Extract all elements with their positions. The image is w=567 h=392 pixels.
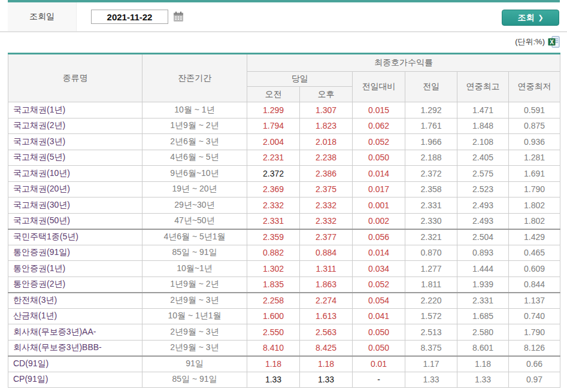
cell-pm: 2.274 — [300, 293, 353, 309]
cell-remaining-period: 10월 ~ 1년 — [142, 102, 247, 118]
cell-high: 1.939 — [457, 276, 509, 293]
query-form: 조회일 조회❯ — [8, 2, 560, 31]
col-header-am: 오전 — [247, 87, 300, 102]
cell-low: 0.936 — [509, 134, 560, 150]
cell-am: 2.332 — [247, 197, 300, 214]
table-row: 산금채(1년)10월 ~ 1년1월1.6001.6130.0411.5721.6… — [8, 308, 560, 324]
cell-bond-name: 국민주택1종(5년) — [8, 229, 142, 245]
cell-remaining-period: 4년6월 ~ 5년 — [142, 150, 247, 166]
cell-diff: 0.002 — [353, 213, 405, 229]
cell-prev: 2.220 — [405, 293, 457, 309]
cell-low: 1.429 — [509, 229, 560, 245]
table-row: 회사채(무보증3년)AA-2년9월 ~ 3년2.5502.5630.0502.5… — [8, 324, 560, 341]
cell-remaining-period: 1년9월 ~ 2년 — [142, 276, 247, 293]
cell-diff: 0.014 — [353, 245, 405, 261]
cell-prev: 2.331 — [405, 197, 457, 214]
cell-am: 1.600 — [247, 308, 300, 324]
cell-am: 1.302 — [247, 261, 300, 277]
cell-remaining-period: 9년6월~10년 — [142, 166, 247, 182]
cell-prev: 1.292 — [405, 102, 457, 118]
cell-high: 1.685 — [457, 308, 509, 324]
cell-am: 2.550 — [247, 324, 300, 341]
cell-low: 1.802 — [509, 197, 560, 214]
cell-remaining-period: 47년~50년 — [142, 213, 247, 229]
cell-am: 0.882 — [247, 245, 300, 261]
col-header-year-low: 연중최저 — [509, 72, 560, 102]
cell-remaining-period: 85일 ~ 91일 — [142, 372, 247, 388]
cell-pm: 2.238 — [300, 150, 353, 166]
cell-prev: 1.17 — [405, 356, 457, 372]
col-header-year-high: 연중최고 — [457, 72, 509, 102]
cell-pm: 1.307 — [300, 102, 353, 118]
cell-diff: 0.041 — [353, 308, 405, 324]
col-header-pm: 오후 — [300, 87, 353, 102]
cell-am: 2.372 — [247, 166, 300, 182]
col-header-yield-group: 최종호가수익률 — [247, 54, 560, 72]
table-row: 한전채(3년)2년9월 ~ 3년2.2582.2740.0542.2202.33… — [8, 293, 560, 309]
cell-high: 1.471 — [457, 102, 509, 118]
cell-low: 0.740 — [509, 308, 560, 324]
col-header-diff: 전일대비 — [353, 72, 405, 102]
cell-am: 2.369 — [247, 181, 300, 197]
cell-diff: 0.034 — [353, 261, 405, 277]
cell-remaining-period: 2년9월 ~ 3년 — [142, 324, 247, 341]
cell-low: 0.844 — [509, 276, 560, 293]
table-row: 국고채권(3년)2년6월 ~ 3년2.0042.0180.0521.9662.1… — [8, 134, 560, 150]
table-row: 통안증권(91일)85일 ~ 91일0.8820.8840.0140.8700.… — [8, 245, 560, 261]
cell-high: 2.580 — [457, 324, 509, 341]
cell-remaining-period: 91일 — [142, 356, 247, 372]
cell-bond-name: 국고채권(2년) — [8, 118, 142, 134]
cell-low: 0.66 — [509, 356, 560, 372]
cell-low: 0.609 — [509, 261, 560, 277]
cell-am: 2.359 — [247, 229, 300, 245]
cell-low: 1.790 — [509, 181, 560, 197]
search-button[interactable]: 조회❯ — [502, 10, 559, 26]
cell-remaining-period: 2년6월 ~ 3년 — [142, 134, 247, 150]
cell-am: 1.794 — [247, 118, 300, 134]
cell-high: 2.523 — [457, 181, 509, 197]
table-row: 통안증권(2년)1년9월 ~ 2년1.8351.8630.0521.8111.9… — [8, 276, 560, 293]
cell-bond-name: 국고채권(10년) — [8, 166, 142, 182]
cell-high: 1.33 — [457, 372, 509, 388]
cell-diff: 0.050 — [353, 324, 405, 341]
excel-icon[interactable]: X — [548, 36, 560, 48]
table-row: 국고채권(5년)4년6월 ~ 5년2.2312.2380.0502.1882.4… — [8, 150, 560, 166]
calendar-icon[interactable] — [173, 11, 184, 22]
page-content: 조회일 조회❯ (단위:%) — [8, 0, 560, 388]
cell-low: 8.126 — [509, 340, 560, 356]
cell-diff: 0.052 — [353, 134, 405, 150]
cell-bond-name: 국고채권(20년) — [8, 181, 142, 197]
cell-prev: 1.761 — [405, 118, 457, 134]
cell-diff: 0.052 — [353, 276, 405, 293]
cell-pm: 1.311 — [300, 261, 353, 277]
cell-prev: 1.572 — [405, 308, 457, 324]
unit-note: (단위:%) — [515, 37, 545, 47]
cell-high: 8.601 — [457, 340, 509, 356]
date-input[interactable] — [91, 10, 168, 24]
cell-low: 0.465 — [509, 245, 560, 261]
cell-low: 0.591 — [509, 102, 560, 118]
cell-bond-name: 한전채(3년) — [8, 293, 142, 309]
cell-pm: 1.18 — [300, 356, 353, 372]
cell-bond-name: 산금채(1년) — [8, 308, 142, 324]
cell-high: 1.444 — [457, 261, 509, 277]
cell-bond-name: 회사채(무보증3년)AA- — [8, 324, 142, 341]
col-header-period: 잔존기간 — [142, 54, 247, 102]
cell-remaining-period: 19년 ~ 20년 — [142, 181, 247, 197]
cell-diff: - — [353, 372, 405, 388]
cell-remaining-period: 29년~30년 — [142, 197, 247, 214]
cell-pm: 1.863 — [300, 276, 353, 293]
cell-high: 2.575 — [457, 166, 509, 182]
col-header-type: 종류명 — [8, 54, 142, 102]
cell-prev: 2.358 — [405, 181, 457, 197]
cell-pm: 2.332 — [300, 197, 353, 214]
cell-low: 0.875 — [509, 118, 560, 134]
cell-high: 2.493 — [457, 197, 509, 214]
cell-diff: 0.01 — [353, 356, 405, 372]
cell-remaining-period: 85일 ~ 91일 — [142, 245, 247, 261]
cell-prev: 2.188 — [405, 150, 457, 166]
cell-low: 1.802 — [509, 213, 560, 229]
yield-table-body: 국고채권(1년)10월 ~ 1년1.2991.3070.0151.2921.47… — [8, 102, 560, 388]
table-row: 국고채권(10년)9년6월~10년2.3722.3860.0142.3722.5… — [8, 166, 560, 182]
cell-bond-name: 국고채권(50년) — [8, 213, 142, 229]
